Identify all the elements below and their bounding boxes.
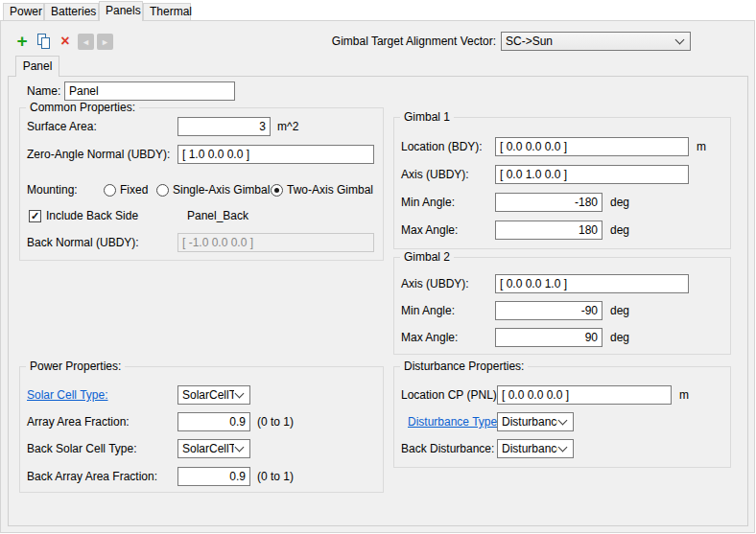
back-icon: ◄ <box>82 37 90 47</box>
mounting-radio-fixed-label[interactable]: Fixed <box>120 180 148 199</box>
tab-panels[interactable]: Panels <box>99 1 143 21</box>
gimbal1-min-angle-label: Min Angle: <box>401 193 455 212</box>
chevron-down-icon <box>558 416 568 426</box>
back-array-area-fraction-input[interactable] <box>177 467 250 486</box>
location-cp-label: Location CP (PNL): <box>401 385 500 405</box>
gimbal2-min-angle-unit: deg <box>610 301 629 320</box>
chevron-down-icon <box>235 443 245 453</box>
tab-batteries[interactable]: Batteries <box>44 3 99 20</box>
chevron-down-icon <box>675 35 685 45</box>
panel-back-name: Panel_Back <box>187 206 248 225</box>
tab-panel-inner[interactable]: Panel <box>15 56 59 77</box>
gimbal1-location-label: Location (BDY): <box>401 137 483 156</box>
surface-area-unit: m^2 <box>277 117 298 136</box>
delete-icon: × <box>60 34 69 49</box>
gimbal1-axis-input[interactable] <box>495 165 689 184</box>
gimbal2-min-angle-input[interactable] <box>495 301 602 320</box>
surface-area-label: Surface Area: <box>27 117 97 136</box>
mounting-radio-fixed[interactable] <box>104 184 116 197</box>
gimbal-target-alignment-value: SC->Sun <box>506 35 674 48</box>
include-back-side-label[interactable]: Include Back Side <box>46 206 138 225</box>
gimbal2-axis-input[interactable] <box>495 274 689 293</box>
solar-cell-type-value: SolarCellTy <box>182 388 234 402</box>
gimbal1-title: Gimbal 1 <box>400 110 454 125</box>
back-normal-label: Back Normal (UBDY): <box>27 233 139 252</box>
zero-angle-normal-label: Zero-Angle Normal (UBDY): <box>27 145 170 164</box>
forward-icon: ► <box>101 37 109 47</box>
gimbal1-location-input[interactable] <box>495 137 689 156</box>
gimbal1-min-angle-unit: deg <box>610 193 629 212</box>
gimbal2-min-angle-label: Min Angle: <box>401 301 455 320</box>
copy-button[interactable] <box>35 32 54 51</box>
disturbance-type-value: Disturbance <box>502 415 557 429</box>
add-button[interactable]: + <box>12 32 32 51</box>
tab-thermal[interactable]: Thermal <box>143 3 191 20</box>
back-normal-input <box>177 233 374 252</box>
gimbal2-axis-label: Axis (UBDY): <box>401 274 469 293</box>
add-icon: + <box>16 33 27 50</box>
back-disturbance-select[interactable]: Disturbance <box>497 439 574 458</box>
back-solar-cell-type-label: Back Solar Cell Type: <box>27 439 137 458</box>
disturbance-properties-title: Disturbance Properties: <box>400 360 528 374</box>
gimbal2-max-angle-unit: deg <box>610 328 629 347</box>
power-properties-title: Power Properties: <box>26 360 125 374</box>
gimbal1-max-angle-input[interactable] <box>495 221 602 240</box>
location-cp-input[interactable] <box>497 385 672 405</box>
mounting-label: Mounting: <box>27 180 78 199</box>
back-solar-cell-type-select[interactable]: SolarCellTy <box>177 439 250 458</box>
zero-angle-normal-input[interactable] <box>177 145 374 164</box>
array-area-fraction-label: Array Area Fraction: <box>27 412 130 431</box>
gimbal1-max-angle-label: Max Angle: <box>401 221 458 240</box>
back-disturbance-label: Back Disturbance: <box>401 439 494 458</box>
gimbal2-title: Gimbal 2 <box>400 250 454 265</box>
back-disturbance-value: Disturbance <box>502 442 557 455</box>
gimbal1-axis-label: Axis (UBDY): <box>401 165 469 184</box>
mounting-radio-single-axis[interactable] <box>156 184 169 197</box>
chevron-down-icon <box>558 443 568 453</box>
name-label: Name: <box>27 81 60 101</box>
copy-icon <box>35 33 53 50</box>
gimbal2-max-angle-input[interactable] <box>495 328 602 347</box>
chevron-down-icon <box>235 389 245 399</box>
disturbance-type-select[interactable]: Disturbance <box>497 412 574 431</box>
surface-area-input[interactable] <box>177 117 271 136</box>
back-button[interactable]: ◄ <box>78 34 94 50</box>
panels-window: Power Batteries Panels Thermal + × ◄ ► G… <box>0 0 756 534</box>
common-properties-title: Common Properties: <box>26 101 139 115</box>
forward-button[interactable]: ► <box>97 34 113 50</box>
include-back-side-checkbox[interactable]: ✓ <box>29 210 41 222</box>
location-cp-unit: m <box>679 385 689 405</box>
mounting-radio-two-axis[interactable] <box>271 184 283 197</box>
mounting-radio-single-axis-label[interactable]: Single-Axis Gimbal <box>173 180 270 199</box>
mounting-radio-two-axis-label[interactable]: Two-Axis Gimbal <box>287 180 373 199</box>
gimbal1-min-angle-input[interactable] <box>495 193 602 212</box>
back-array-area-fraction-hint: (0 to 1) <box>257 467 294 486</box>
back-solar-cell-type-value: SolarCellTy <box>182 442 234 455</box>
delete-button[interactable]: × <box>56 32 75 51</box>
name-input[interactable] <box>64 81 235 101</box>
back-array-area-fraction-label: Back Array Area Fraction: <box>27 467 157 486</box>
gimbal1-max-angle-unit: deg <box>610 221 629 240</box>
solar-cell-type-select[interactable]: SolarCellTy <box>177 385 250 405</box>
gimbal-target-alignment-select[interactable]: SC->Sun <box>501 32 691 51</box>
gimbal-target-alignment-label: Gimbal Target Alignment Vector: <box>317 32 496 51</box>
array-area-fraction-hint: (0 to 1) <box>257 412 294 431</box>
solar-cell-type-link[interactable]: Solar Cell Type: <box>27 385 108 405</box>
array-area-fraction-input[interactable] <box>177 412 250 431</box>
gimbal2-max-angle-label: Max Angle: <box>401 328 458 347</box>
disturbance-type-link[interactable]: Disturbance Type: <box>408 412 501 431</box>
tab-power[interactable]: Power <box>3 3 44 20</box>
gimbal1-location-unit: m <box>697 137 706 156</box>
